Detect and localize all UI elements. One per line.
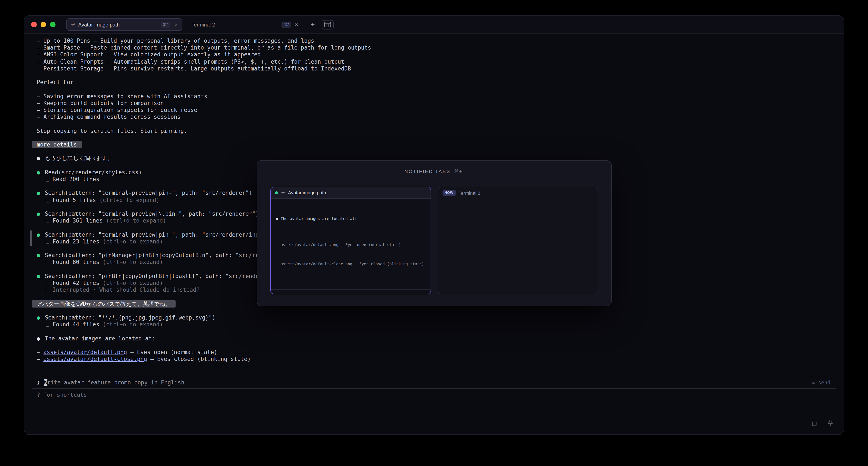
new-tab-button[interactable]: + [311,21,315,28]
notified-card-avatar-image-path[interactable]: ✳ Avatar image path ● The avatar images … [270,187,431,294]
elbow-icon [46,288,49,292]
tagline: Stop copying to scratch files. Start pin… [37,127,844,134]
card-header: ✳ Avatar image path [271,187,430,198]
prompt-input-text: Write avatar feature promo copy in Engli… [44,379,184,386]
elbow-icon [46,260,49,265]
tab-shortcut-badge: ⌘2 [282,22,291,28]
feature-line: – ANSI Color Support — View colorized ou… [37,52,844,58]
elbow-icon [46,198,49,202]
spark-icon: ✳ [71,22,75,28]
feature-line: – Up to 100 Pins — Build your personal l… [37,38,844,44]
tab-bar: ✳ Avatar image path ⌘1 × Terminal 2 ⌘2 ×… [24,16,844,34]
feature-line: – Saving error messages to share with AI… [37,93,844,100]
spark-icon: ✳ [281,190,285,195]
panel-shortcut-hint: ⌘+. [454,169,464,174]
tool-result[interactable]: Found 44 files (ctrl+o to expand) [37,321,844,328]
tab-terminal-2[interactable]: Terminal 2 ⌘2 × [187,19,303,31]
tool-call-search: ●Search(pattern: "**/*.{png,jpg,jpeg,gif… [37,314,844,321]
answer-item: – assets/avatar/default.png — Eyes open … [37,349,844,356]
preview-answer-item: – assets/avatar/default.png — Eyes open … [276,242,425,248]
status-dot-icon [275,191,278,194]
now-badge: NOW [442,190,456,196]
feature-line: – Auto-Clean Prompts — Automatically str… [37,58,844,65]
tab-title: Terminal 2 [191,22,282,28]
tool-bullet-icon: ● [37,231,45,238]
feature-line: – Persistent Storage — Pins survive rest… [37,65,844,72]
expand-hint: (ctrl+o to expand) [99,197,159,203]
tool-bullet-icon: ● [37,190,45,197]
divider [271,289,430,289]
expand-hint: (ctrl+o to expand) [103,238,163,245]
feature-line: – Storing configuration snippets for qui… [37,107,844,114]
file-link[interactable]: assets/avatar/default-close.png [43,356,147,362]
tab-avatar-image-path[interactable]: ✳ Avatar image path ⌘1 × [66,19,182,31]
card-title: Avatar image path [288,190,326,195]
text-cursor: W [44,379,48,385]
assistant-bullet-icon: ● [37,335,45,342]
feature-line: – Keeping build outputs for comparison [37,100,844,107]
elbow-icon [46,322,49,327]
tool-bullet-icon: ● [37,211,45,217]
tab-overview-button[interactable] [322,20,334,29]
notified-tabs-panel: NOTIFIED TABS⌘+. ✳ Avatar image path ● T… [257,160,612,306]
notified-tabs-title: NOTIFIED TABS⌘+. [257,169,611,174]
elbow-icon [46,281,49,285]
user-message-row: more details [37,142,844,148]
close-tab-icon[interactable]: × [175,22,178,27]
tab-title: Avatar image path [78,22,161,28]
grid-icon [324,22,331,27]
tool-bullet-icon: ● [37,314,45,321]
elbow-icon [46,219,49,223]
shortcuts-hint: ? for shortcuts [37,392,844,399]
card-header: NOW Terminal 2 [438,187,598,198]
expand-hint: (ctrl+o to expand) [103,259,163,266]
assistant-bullet-icon: ● [37,155,45,162]
tool-bullet-icon: ● [37,169,45,176]
user-message-chip: more details [32,141,82,148]
tool-bullet-icon: ● [37,252,45,259]
section-heading: Perfect For [37,79,844,86]
notified-tab-cards: ✳ Avatar image path ● The avatar images … [270,187,598,294]
send-hint: ⏎ send [812,379,830,386]
window-controls [31,22,56,27]
corner-toolbar [809,419,834,427]
assistant-text: ●The avatar images are located at: [37,335,844,342]
answer-item: – assets/avatar/default-close.png — Eyes… [37,356,844,363]
expand-hint: (ctrl+o to expand) [106,217,166,224]
tool-bullet-icon: ● [37,273,45,280]
feature-line: – Smart Paste — Paste pinned content dir… [37,44,844,51]
preview-answer-item: – assets/avatar/default-close.png — Eyes… [276,261,425,268]
zoom-window-button[interactable] [50,22,56,27]
tab-shortcut-badge: ⌘1 [161,22,170,28]
preview-assistant-text: ● The avatar images are located at: [276,216,425,222]
expand-hint: (ctrl+o to expand) [103,321,163,328]
expand-hint: (ctrl+o to expand) [103,280,163,286]
elbow-icon [46,177,49,182]
close-tab-icon[interactable]: × [295,22,298,27]
notified-card-terminal-2[interactable]: NOW Terminal 2 [438,187,598,294]
card-terminal-preview: ● The avatar images are located at: – as… [271,198,430,294]
pin-icon[interactable] [827,419,834,427]
copy-icon[interactable] [809,419,817,427]
elbow-icon [46,240,49,244]
user-message-chip: アバター画像をCWDからのパスで教えて。英語でね。 [32,300,176,307]
prompt-icon: ❯ [37,379,40,386]
file-link[interactable]: assets/avatar/default.png [43,349,127,355]
close-window-button[interactable] [31,22,37,27]
desktop: ✳ Avatar image path ⌘1 × Terminal 2 ⌘2 ×… [0,0,868,466]
scroll-position-indicator [30,230,32,246]
file-link[interactable]: src/renderer/styles.css [62,169,138,176]
prompt-input[interactable]: ❯ Write avatar feature promo copy in Eng… [32,376,836,389]
card-title: Terminal 2 [459,190,480,195]
feature-line: – Archiving command results across sessi… [37,114,844,120]
minimize-window-button[interactable] [40,22,46,27]
card-terminal-preview [438,198,598,294]
